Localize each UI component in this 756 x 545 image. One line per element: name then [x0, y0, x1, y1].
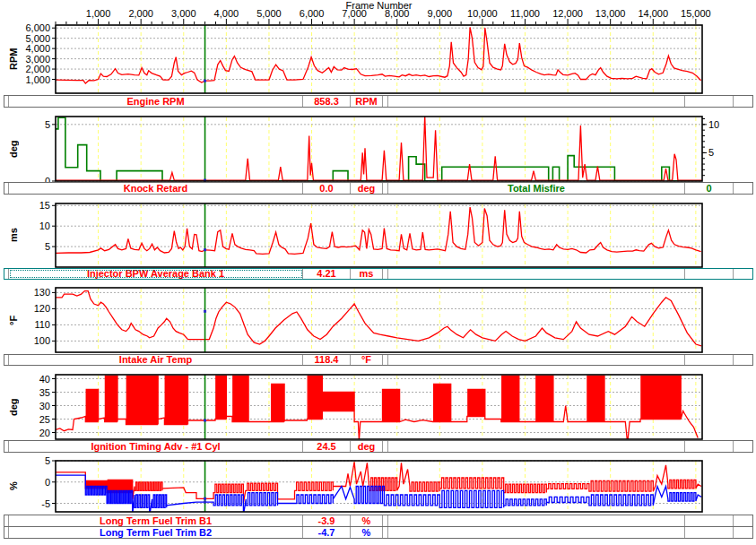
param-unit: RPM — [351, 96, 383, 107]
param-value-2 — [685, 269, 734, 279]
y-axis-tick-label: 100 — [34, 335, 50, 346]
param-value: 24.5 — [303, 441, 351, 452]
param-unit-2 — [734, 183, 752, 194]
param-unit: ms — [351, 269, 383, 279]
y-axis-unit-deg-2: deg — [4, 375, 23, 439]
param-unit-2 — [734, 441, 752, 452]
y-axis-unit-percent: % — [4, 461, 23, 512]
param-bar-ltft-b1: Long Term Fuel Trim B1 -3.9 % — [4, 515, 753, 527]
cursor-marker — [204, 310, 206, 313]
param-value: 118.4 — [303, 355, 351, 365]
param-name-ignition-timing[interactable]: Ignition Timing Adv - #1 Cyl — [9, 441, 303, 452]
param-name-2 — [388, 527, 685, 538]
cursor-marker — [204, 497, 206, 500]
y-axis-tick-label: 110 — [34, 319, 50, 330]
y-axis-tick-label: 5 — [45, 455, 50, 466]
param-value-2 — [685, 355, 734, 365]
param-value-2 — [685, 515, 734, 526]
param-value: 858.3 — [303, 96, 351, 107]
x-axis-title: Frame Number — [56, 0, 702, 11]
y-axis-tick-label: 130 — [34, 287, 50, 298]
scanner-chart-view: 1,0002,0003,0004,0005,0006,0007,0008,000… — [0, 0, 756, 545]
param-unit-2 — [734, 96, 752, 107]
param-value-2: 0 — [685, 183, 734, 194]
param-unit: °F — [351, 355, 383, 365]
param-unit-2 — [734, 515, 752, 526]
param-name-2 — [388, 355, 685, 365]
y-axis-tick-label: 35 — [39, 387, 50, 398]
cursor-marker — [204, 420, 206, 422]
param-value: -3.9 — [303, 515, 351, 526]
plot-background[interactable] — [56, 25, 702, 93]
y-axis-tick-label: 15 — [39, 200, 50, 211]
y-axis-tick-label: 3,000 — [25, 54, 50, 65]
param-name-ltft-b2[interactable]: Long Term Fuel Trim B2 — [9, 527, 303, 538]
param-name-ltft-b1[interactable]: Long Term Fuel Trim B1 — [9, 515, 303, 526]
param-value-2 — [685, 96, 734, 107]
param-bar-ltft-b2: Long Term Fuel Trim B2 -4.7 % — [4, 526, 753, 539]
param-unit-2 — [734, 355, 752, 365]
param-unit: % — [351, 515, 383, 526]
cursor-marker — [204, 80, 206, 82]
param-unit: deg — [351, 441, 383, 452]
right-axis-tick-label: 10 — [708, 119, 719, 130]
param-bar-intake-air-temp: Intake Air Temp 118.4 °F — [4, 354, 753, 366]
param-unit: % — [351, 527, 383, 538]
param-name-intake-air-temp[interactable]: Intake Air Temp — [9, 355, 303, 365]
param-name-total-misfire[interactable]: Total Misfire — [388, 183, 685, 194]
param-unit-2 — [734, 269, 752, 279]
y-axis-tick-label: 4,000 — [25, 43, 50, 54]
cursor-marker — [204, 501, 206, 504]
y-axis-tick-label: 1,000 — [25, 74, 50, 85]
y-axis-tick-label: 40 — [39, 374, 50, 385]
right-axis-tick-label: 5 — [708, 147, 714, 158]
y-axis-tick-label: 20 — [39, 428, 50, 438]
param-name-knock-retard[interactable]: Knock Retard — [9, 183, 303, 194]
y-axis-tick-label: -5 — [41, 498, 50, 509]
plot-background[interactable] — [56, 288, 702, 352]
y-axis-tick-label: 5 — [45, 241, 50, 252]
param-unit-2 — [734, 527, 752, 538]
param-bar-ignition-timing: Ignition Timing Adv - #1 Cyl 24.5 deg — [4, 440, 753, 453]
param-unit: deg — [351, 183, 383, 194]
param-name-injector-bpw[interactable]: Injector BPW Average Bank 1 — [9, 269, 303, 279]
param-value: -4.7 — [303, 527, 351, 538]
param-value-2 — [685, 527, 734, 538]
y-axis-tick-label: 0 — [45, 477, 50, 488]
param-value: 4.21 — [303, 269, 351, 279]
param-name-2 — [388, 269, 685, 279]
param-name-engine-rpm[interactable]: Engine RPM — [9, 96, 303, 107]
param-name-2 — [388, 515, 685, 526]
param-value: 0.0 — [303, 183, 351, 194]
y-axis-tick-label: 10 — [39, 221, 50, 231]
y-axis-unit-ms: ms — [4, 203, 23, 267]
plot-background[interactable] — [56, 203, 702, 267]
param-name-2 — [388, 441, 685, 452]
param-bar-injector-bpw: Injector BPW Average Bank 1 4.21 ms — [4, 268, 753, 280]
param-value-2 — [685, 441, 734, 452]
y-axis-unit-degf: °F — [4, 288, 23, 352]
y-axis-tick-label: 25 — [39, 414, 50, 425]
y-axis-tick-label: 120 — [34, 303, 50, 314]
y-axis-tick-label: 6,000 — [25, 22, 50, 33]
param-name-2 — [388, 96, 685, 107]
param-bar-knock-misfire: Knock Retard 0.0 deg Total Misfire 0 — [4, 182, 753, 195]
y-axis-unit-deg-1: deg — [4, 117, 23, 181]
y-axis-tick-label: 30 — [39, 401, 50, 411]
param-bar-engine-rpm: Engine RPM 858.3 RPM — [4, 95, 753, 108]
y-axis-unit-rpm: RPM — [4, 25, 23, 93]
y-axis-tick-label: 2,000 — [25, 64, 50, 74]
y-axis-tick-label: 5 — [45, 119, 50, 130]
cursor-marker — [204, 248, 206, 251]
y-axis-tick-label: 5,000 — [25, 33, 50, 44]
